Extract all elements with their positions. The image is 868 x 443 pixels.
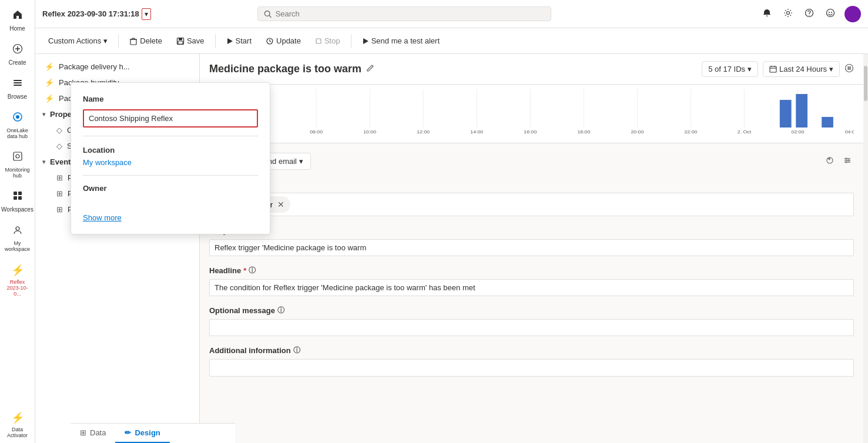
nav-item-dataactivator[interactable]: ⚡ Data Activator	[2, 407, 33, 443]
svg-rect-3	[14, 80, 22, 81]
additional-info-icon[interactable]: ⓘ	[293, 345, 300, 355]
notifications-button[interactable]	[760, 6, 774, 22]
myworkspace-icon	[12, 224, 23, 238]
svg-point-14	[16, 227, 19, 230]
test-alert-icon	[362, 38, 369, 45]
subject-input[interactable]	[209, 239, 854, 256]
event-icon-1: ⊞	[56, 173, 63, 182]
optional-message-group: Optional message ⓘ	[209, 306, 854, 336]
location-link[interactable]: My workspace	[83, 158, 132, 167]
subject-group: Subject * ⓘ	[209, 226, 854, 256]
chart-title: Medicine package is too warm	[209, 63, 361, 75]
svg-point-68	[846, 157, 847, 159]
test-alert-button[interactable]: Send me a test alert	[356, 33, 445, 49]
svg-rect-13	[18, 196, 22, 200]
reflex-icon: ⚡	[11, 264, 24, 277]
svg-rect-26	[179, 38, 182, 40]
svg-rect-62	[796, 94, 807, 127]
update-button[interactable]: Update	[260, 33, 307, 49]
chart-header: Medicine package is too warm 5 of 17 IDs…	[200, 54, 863, 85]
search-icon	[264, 10, 272, 18]
start-icon	[226, 38, 233, 45]
tab-data[interactable]: ⊞ Data	[71, 424, 115, 443]
bottom-tabs: ⊞ Data ✏ Design	[71, 423, 200, 443]
chart-controls: 5 of 17 IDs ▾ Last 24 Hours ▾	[702, 61, 854, 77]
nav-item-workspaces[interactable]: Workspaces	[2, 186, 33, 217]
save-button[interactable]: Save	[170, 33, 210, 49]
headline-input[interactable]	[209, 279, 854, 296]
refresh-button[interactable]	[823, 154, 836, 169]
edit-title-button[interactable]	[366, 64, 374, 74]
main-panel: Medicine package is too warm 5 of 17 IDs…	[200, 54, 863, 443]
settings-button[interactable]	[781, 6, 795, 22]
svg-text:2. Oct: 2. Oct	[738, 129, 752, 135]
top-right-icons	[760, 6, 861, 22]
data-tab-icon: ⊞	[80, 428, 86, 437]
nav-item-create[interactable]: Create	[2, 39, 33, 71]
toolbar-divider-2	[215, 34, 216, 48]
name-input[interactable]	[83, 109, 258, 127]
browse-icon	[12, 78, 23, 91]
svg-point-35	[846, 64, 853, 72]
additional-info-group: Additional information ⓘ	[209, 345, 854, 377]
tab-design[interactable]: ✏ Design	[115, 424, 169, 443]
nav-item-reflex[interactable]: ⚡ Reflex 2023-10-0...	[2, 259, 33, 301]
right-scrollbar[interactable]	[863, 54, 868, 443]
svg-rect-63	[822, 117, 833, 127]
divider-2	[83, 175, 258, 176]
user-avatar[interactable]	[844, 6, 861, 22]
remove-fabric-user-button[interactable]: ✕	[276, 200, 286, 209]
help-button[interactable]	[802, 6, 816, 22]
svg-rect-61	[780, 100, 792, 127]
nav-label-dataactivator: Data Activator	[5, 427, 31, 438]
nav-item-home[interactable]: Home	[2, 5, 33, 36]
optional-message-input[interactable]	[209, 319, 854, 336]
svg-text:10:00: 10:00	[363, 129, 376, 135]
svg-point-9	[16, 155, 19, 158]
svg-rect-36	[848, 66, 849, 70]
stop-button[interactable]: Stop	[309, 33, 346, 49]
custom-actions-button[interactable]: Custom Actions ▾	[42, 33, 113, 49]
start-button[interactable]: Start	[220, 33, 257, 49]
show-more-link[interactable]: Show more	[83, 213, 122, 222]
title-dropdown-button[interactable]: ▾	[142, 8, 151, 20]
svg-text:12:00: 12:00	[417, 129, 430, 135]
nav-item-monitoring[interactable]: Monitoring hub	[2, 146, 33, 183]
ids-selector-button[interactable]: 5 of 17 IDs ▾	[702, 61, 758, 77]
act-header: Act Send email ▾	[209, 153, 854, 170]
svg-point-17	[787, 11, 790, 14]
property-icon-special-care: ◇	[56, 142, 62, 150]
pause-chart-button[interactable]	[844, 63, 854, 75]
svg-text:16:00: 16:00	[524, 129, 537, 135]
toolbar: Custom Actions ▾ Delete Save Start Updat…	[35, 28, 868, 54]
feedback-button[interactable]	[823, 6, 837, 22]
additional-info-field[interactable]	[209, 359, 854, 377]
delete-button[interactable]: Delete	[123, 33, 168, 49]
search-input[interactable]	[276, 9, 545, 18]
svg-text:08:00: 08:00	[310, 129, 323, 135]
svg-point-20	[827, 9, 835, 16]
chart-area: 06:00 08:00 10:00 12:00 14:00 16:00 18:0…	[200, 85, 863, 143]
svg-rect-37	[850, 66, 851, 70]
headline-info-icon[interactable]: ⓘ	[249, 266, 256, 276]
svg-point-19	[809, 15, 809, 15]
nav-item-onelake[interactable]: OneLake data hub	[2, 107, 33, 144]
nav-item-browse[interactable]: Browse	[2, 73, 33, 105]
nav-item-myworkspace[interactable]: My workspace	[2, 220, 33, 257]
scrollbar-thumb	[864, 66, 867, 101]
save-icon	[176, 37, 185, 45]
lightning-icon-1: ⚡	[45, 62, 54, 71]
chevron-down-properties: ▾	[42, 111, 45, 118]
send-to-field[interactable]: FU Fabric User ✕	[209, 193, 854, 216]
additional-info-label: Additional information ⓘ	[209, 345, 854, 355]
sidebar-item-package-delivery-h[interactable]: ⚡ Package delivery h...	[35, 59, 199, 75]
headline-label: Headline * ⓘ	[209, 266, 854, 276]
settings-panel-button[interactable]	[841, 154, 854, 169]
svg-text:22:00: 22:00	[685, 129, 698, 135]
chevron-down-time: ▾	[829, 65, 833, 73]
location-label: Location	[83, 146, 258, 155]
chevron-down-icon: ▾	[103, 36, 108, 45]
optional-message-info-icon[interactable]: ⓘ	[277, 306, 284, 316]
time-range-button[interactable]: Last 24 Hours ▾	[763, 61, 840, 77]
svg-marker-30	[363, 38, 368, 44]
